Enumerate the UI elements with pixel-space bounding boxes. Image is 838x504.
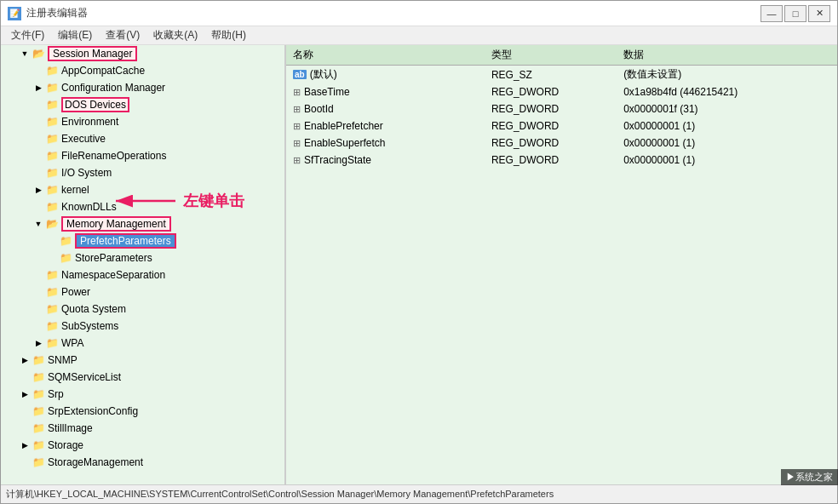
- sqmservicelist-label: SQMServiceList: [48, 371, 121, 383]
- maximize-button[interactable]: □: [784, 5, 806, 22]
- knowndlls-label: KnownDLLs: [61, 201, 117, 213]
- reg-name: ab(默认): [286, 66, 485, 84]
- srpextension-label: SrpExtensionConfig: [48, 405, 138, 417]
- menu-view[interactable]: 查看(V): [99, 26, 146, 44]
- folder-icon-subsystems: 📁: [45, 320, 59, 332]
- right-pane[interactable]: 名称 类型 数据 ab(默认)REG_SZ(数值未设置)⊞BaseTimeREG…: [286, 45, 837, 484]
- expand-memory-management[interactable]: ▼: [32, 217, 45, 231]
- expand-wpa[interactable]: ▶: [32, 336, 45, 350]
- table-row[interactable]: ⊞SfTracingStateREG_DWORD0x00000001 (1): [286, 152, 837, 169]
- tree-item-power[interactable]: ▶ 📁 Power: [1, 284, 284, 301]
- storage-label: Storage: [48, 439, 83, 451]
- table-row[interactable]: ab(默认)REG_SZ(数值未设置): [286, 66, 837, 84]
- tree-item-knowndlls[interactable]: ▶ 📁 KnownDLLs: [1, 198, 284, 215]
- session-manager-label: Session Manager: [48, 46, 137, 61]
- tree-item-storeparams[interactable]: ▶ 📁 StoreParameters: [1, 249, 284, 266]
- filerename-label: FileRenameOperations: [61, 150, 166, 162]
- folder-icon-appcompat: 📁: [45, 65, 59, 77]
- tree-item-srpextension[interactable]: ▶ 📁 SrpExtensionConfig: [1, 403, 284, 420]
- tree-item-quota-system[interactable]: ▶ 📁 Quota System: [1, 301, 284, 318]
- reg-data: 0x00000001 (1): [617, 135, 837, 152]
- memory-management-label: Memory Management: [61, 216, 171, 232]
- menu-edit[interactable]: 编辑(E): [51, 26, 99, 44]
- tree-item-subsystems[interactable]: ▶ 📁 SubSystems: [1, 318, 284, 335]
- wpa-label: WPA: [61, 337, 83, 349]
- tree-item-filerename[interactable]: ▶ 📁 FileRenameOperations: [1, 147, 284, 164]
- reg-type: REG_DWORD: [485, 83, 617, 100]
- reg-data: 0x1a98b4fd (446215421): [617, 83, 837, 100]
- status-bar: 计算机\HKEY_LOCAL_MACHINE\SYSTEM\CurrentCon…: [1, 484, 837, 503]
- kernel-label: kernel: [61, 184, 89, 196]
- tree-item-storage[interactable]: ▶ 📁 Storage: [1, 437, 284, 454]
- window-title: 注册表编辑器: [26, 6, 88, 20]
- folder-icon-knowndlls: 📁: [45, 201, 59, 213]
- tree-item-executive[interactable]: ▶ 📁 Executive: [1, 130, 284, 147]
- expand-snmp[interactable]: ▶: [18, 353, 32, 367]
- reg-name: ⊞SfTracingState: [286, 152, 485, 169]
- folder-icon-srpextension: 📁: [32, 405, 45, 417]
- tree-item-snmp[interactable]: ▶ 📁 SNMP: [1, 352, 284, 369]
- minimize-button[interactable]: —: [761, 5, 783, 22]
- storagemanagement-label: StorageManagement: [48, 456, 143, 468]
- tree-item-kernel[interactable]: ▶ 📁 kernel: [1, 181, 284, 198]
- tree-item-storagemanagement[interactable]: ▶ 📁 StorageManagement: [1, 454, 284, 471]
- expand-srp[interactable]: ▶: [18, 387, 32, 401]
- folder-icon-snmp: 📁: [32, 354, 45, 366]
- menu-help[interactable]: 帮助(H): [204, 26, 253, 44]
- reg-type: REG_DWORD: [485, 152, 617, 169]
- folder-icon-stillimage: 📁: [32, 422, 45, 434]
- reg-type: REG_DWORD: [485, 117, 617, 135]
- close-button[interactable]: ✕: [808, 5, 830, 22]
- reg-data: 0x00000001 (1): [617, 117, 837, 135]
- tree-item-wpa[interactable]: ▶ 📁 WPA: [1, 335, 284, 352]
- watermark: ▶系统之家: [781, 469, 838, 485]
- srp-label: Srp: [48, 388, 64, 400]
- menu-favorites[interactable]: 收藏夹(A): [146, 26, 204, 44]
- table-row[interactable]: ⊞BaseTimeREG_DWORD0x1a98b4fd (446215421): [286, 83, 837, 100]
- snmp-label: SNMP: [48, 354, 77, 366]
- tree-item-sqmservicelist[interactable]: ▶ 📁 SQMServiceList: [1, 369, 284, 386]
- executive-label: Executive: [61, 133, 106, 145]
- tree-item-environment[interactable]: ▶ 📁 Environment: [1, 113, 284, 130]
- expand-storage[interactable]: ▶: [18, 438, 32, 452]
- status-path: 计算机\HKEY_LOCAL_MACHINE\SYSTEM\CurrentCon…: [6, 488, 554, 501]
- folder-icon-prefetchparams: 📁: [59, 235, 72, 247]
- tree-pane[interactable]: ▼ 📂 Session Manager ▶ 📁 AppCompatCache ▶…: [1, 45, 286, 484]
- reg-type: REG_DWORD: [485, 135, 617, 152]
- expand-config-manager[interactable]: ▶: [32, 81, 45, 94]
- tree-item-dos-devices[interactable]: ▶ 📁 DOS Devices: [1, 96, 284, 113]
- title-bar-left: 📝 注册表编辑器: [8, 6, 88, 20]
- reg-type: REG_SZ: [485, 66, 617, 84]
- tree-item-srp[interactable]: ▶ 📁 Srp: [1, 386, 284, 403]
- tree-item-appcompat[interactable]: ▶ 📁 AppCompatCache: [1, 62, 284, 79]
- table-row[interactable]: ⊞EnableSuperfetchREG_DWORD0x00000001 (1): [286, 135, 837, 152]
- tree-item-namespace-sep[interactable]: ▶ 📁 NamespaceSeparation: [1, 266, 284, 284]
- dos-devices-label: DOS Devices: [61, 97, 129, 112]
- col-data: 数据: [617, 45, 837, 66]
- tree-item-memory-management[interactable]: ▼ 📂 Memory Management: [1, 215, 284, 232]
- col-type: 类型: [485, 45, 617, 66]
- reg-type: REG_DWORD: [485, 100, 617, 117]
- folder-icon-quota-system: 📁: [45, 303, 59, 315]
- table-row[interactable]: ⊞EnablePrefetcherREG_DWORD0x00000001 (1): [286, 117, 837, 135]
- folder-icon-sqmservicelist: 📁: [32, 371, 45, 383]
- config-manager-label: Configuration Manager: [61, 82, 165, 94]
- expand-kernel[interactable]: ▶: [32, 183, 45, 197]
- reg-name: ⊞BootId: [286, 100, 485, 117]
- tree-item-prefetchparams[interactable]: ▶ 📁 PrefetchParameters: [1, 232, 284, 249]
- folder-icon-filerename: 📁: [45, 150, 59, 162]
- folder-icon-config-manager: 📁: [45, 82, 59, 94]
- folder-icon-namespace-sep: 📁: [45, 269, 59, 281]
- folder-icon-dos-devices: 📁: [45, 99, 59, 111]
- app-icon: 📝: [8, 7, 21, 20]
- expand-session-manager[interactable]: ▼: [18, 47, 32, 60]
- tree-item-io-system[interactable]: ▶ 📁 I/O System: [1, 164, 284, 181]
- table-row[interactable]: ⊞BootIdREG_DWORD0x0000001f (31): [286, 100, 837, 117]
- folder-icon-storeparams: 📁: [59, 252, 72, 264]
- folder-icon-kernel: 📁: [45, 184, 59, 196]
- tree-item-stillimage[interactable]: ▶ 📁 StillImage: [1, 420, 284, 437]
- tree-item-config-manager[interactable]: ▶ 📁 Configuration Manager: [1, 79, 284, 96]
- menu-file[interactable]: 文件(F): [4, 26, 51, 44]
- power-label: Power: [61, 286, 90, 298]
- tree-item-session-manager[interactable]: ▼ 📂 Session Manager: [1, 45, 284, 62]
